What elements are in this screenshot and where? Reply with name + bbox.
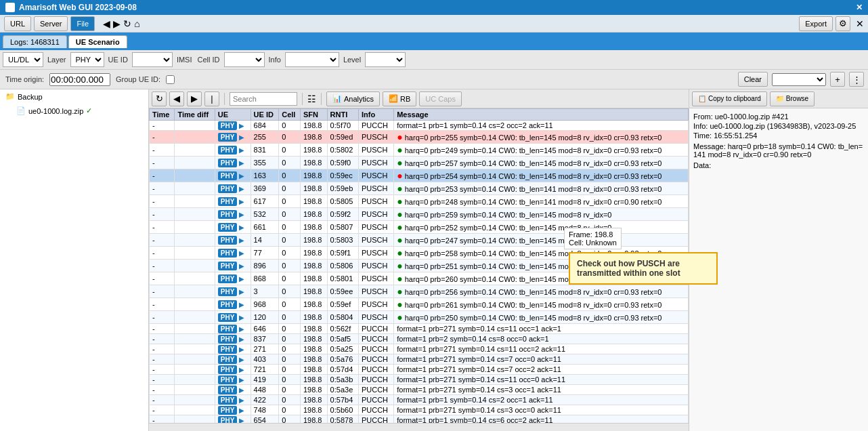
- info-select[interactable]: [285, 52, 339, 67]
- table-row[interactable]: - PHY ▶ 532 0 198.8 0:59f2 PUSCH ● harq=…: [150, 208, 689, 221]
- filter-select[interactable]: [772, 73, 826, 86]
- cell-cell: 0: [279, 311, 301, 324]
- add-filter-button[interactable]: +: [830, 72, 845, 87]
- table-row[interactable]: - PHY ▶ 654 0 198.8 0:5878 PUCCH format=…: [150, 415, 689, 424]
- table-row[interactable]: - PHY ▶ 646 0 198.8 0:562f PUCCH format=…: [150, 324, 689, 334]
- table-row[interactable]: - PHY ▶ 968 0 198.8 0:59ef PUSCH ● harq=…: [150, 298, 689, 311]
- backup-folder[interactable]: 📁 Backup: [0, 89, 148, 104]
- next-button[interactable]: ▶: [187, 91, 202, 106]
- cell-message: ● harq=0 prb=254 symb=0.14 CW0: tb_len=1…: [394, 169, 689, 182]
- close-button[interactable]: ✕: [856, 3, 863, 12]
- table-row[interactable]: - PHY ▶ 255 0 198.8 0:59ed PUSCH ● harq=…: [150, 131, 689, 144]
- table-row[interactable]: - PHY ▶ 355 0 198.8 0:59f0 PUSCH ● harq=…: [150, 157, 689, 169]
- col-message[interactable]: Message: [394, 109, 689, 121]
- cell-ueid: 77: [251, 247, 279, 260]
- cell-sfn: 198.8: [300, 334, 327, 344]
- url-button[interactable]: URL: [4, 16, 31, 31]
- table-row[interactable]: - PHY ▶ 163 0 198.8 0:59ec PUSCH ● harq=…: [150, 169, 689, 182]
- phy-badge: PHY: [218, 335, 238, 344]
- cell-time: -: [150, 221, 175, 234]
- group-ue-id-checkbox[interactable]: [166, 75, 175, 84]
- cell-timediff: [175, 298, 215, 311]
- cell-message: ● harq=0 prb=253 symb=0.14 CW0: tb_len=1…: [394, 182, 689, 195]
- cell-rnti: 0:5807: [327, 221, 358, 234]
- cell-rnti: 0:59ef: [327, 298, 358, 311]
- cell-cell: 0: [279, 415, 301, 424]
- level-select[interactable]: [365, 52, 406, 67]
- refresh-icon[interactable]: ↻: [123, 18, 131, 29]
- uc-caps-button[interactable]: UC Caps: [419, 91, 462, 106]
- message-line: Message: harq=0 prb=18 symb=0.14 CW0: tb…: [693, 142, 864, 159]
- analytics-button[interactable]: 📊 Analytics: [326, 91, 380, 106]
- cell-rnti: 0:5af5: [327, 334, 358, 344]
- forward-icon[interactable]: ▶: [113, 18, 121, 29]
- table-row[interactable]: - PHY ▶ 448 0 198.8 0:5a3e PUCCH format=…: [150, 385, 689, 395]
- table-row[interactable]: - PHY ▶ 369 0 198.8 0:59eb PUSCH ● harq=…: [150, 182, 689, 195]
- log-file-item[interactable]: 📄 ue0-1000.log.zip ✓: [0, 104, 148, 118]
- settings-icon[interactable]: ⚙: [836, 16, 850, 31]
- col-rnti[interactable]: RNTI: [327, 109, 358, 121]
- rb-button[interactable]: 📶 RB: [383, 91, 416, 106]
- table-row[interactable]: - PHY ▶ 617 0 198.8 0:5805 PUSCH ● harq=…: [150, 195, 689, 208]
- app-icon: [5, 3, 15, 12]
- server-button[interactable]: Server: [34, 16, 68, 31]
- grid-icon: ☷: [307, 94, 316, 104]
- cell-ue: PHY ▶: [215, 195, 251, 208]
- close-panel-icon[interactable]: ✕: [856, 18, 864, 29]
- export-button[interactable]: Export: [799, 16, 833, 31]
- refresh-table-button[interactable]: ↻: [152, 91, 167, 106]
- home-icon[interactable]: ⌂: [134, 18, 139, 29]
- table-row[interactable]: - PHY ▶ 419 0 198.8 0:5a3b PUCCH format=…: [150, 375, 689, 385]
- phy-badge: PHY: [218, 313, 238, 322]
- tab-logs[interactable]: Logs: 1468311: [3, 35, 67, 48]
- cell-info: PUCCH: [358, 354, 393, 365]
- cell-message: ● harq=0 prb=249 symb=0.14 CW0: tb_len=1…: [394, 144, 689, 157]
- cell-id-select[interactable]: [224, 52, 265, 67]
- prev-button[interactable]: ◀: [169, 91, 184, 106]
- ue-id-select[interactable]: [132, 52, 173, 67]
- cell-info: PUSCH: [358, 169, 393, 182]
- copy-to-clipboard-button[interactable]: 📋 Copy to clipboard: [692, 91, 767, 106]
- cell-message: format=1 prb=271 symb=0.14 cs=3 occ=1 ac…: [394, 385, 689, 395]
- table-row[interactable]: - PHY ▶ 684 0 198.8 0:5f70 PUCCH format=…: [150, 121, 689, 131]
- cell-info: PUSCH: [358, 221, 393, 234]
- table-row[interactable]: - PHY ▶ 3 0 198.8 0:59ee PUSCH ● harq=0 …: [150, 285, 689, 298]
- cell-timediff: [175, 131, 215, 144]
- jump-button[interactable]: |: [204, 91, 219, 106]
- table-row[interactable]: - PHY ▶ 120 0 198.8 0:5804 PUSCH ● harq=…: [150, 311, 689, 324]
- table-row[interactable]: - PHY ▶ 831 0 198.8 0:5802 PUSCH ● harq=…: [150, 144, 689, 157]
- from-line: From: ue0-1000.log.zip #421: [693, 112, 864, 121]
- ul-dl-select[interactable]: UL/DL: [3, 52, 43, 67]
- col-time[interactable]: Time: [150, 109, 175, 121]
- col-info[interactable]: Info: [358, 109, 393, 121]
- table-row[interactable]: - PHY ▶ 271 0 198.8 0:5a25 PUCCH format=…: [150, 344, 689, 354]
- time-origin-input[interactable]: [49, 73, 110, 86]
- col-ue[interactable]: UE: [215, 109, 251, 121]
- clear-button[interactable]: Clear: [738, 72, 768, 87]
- layer-select[interactable]: PHY: [70, 52, 104, 67]
- cell-ueid: 3: [251, 285, 279, 298]
- col-ueid[interactable]: UE ID: [251, 109, 279, 121]
- table-row[interactable]: - PHY ▶ 403 0 198.8 0:5a76 PUCCH format=…: [150, 354, 689, 365]
- col-timediff[interactable]: Time diff: [175, 109, 215, 121]
- table-row[interactable]: - PHY ▶ 721 0 198.8 0:57d4 PUCCH format=…: [150, 365, 689, 375]
- cell-time: -: [150, 208, 175, 221]
- cell-ueid: 837: [251, 334, 279, 344]
- arrow-icon: ▶: [239, 198, 244, 205]
- col-cell[interactable]: Cell: [279, 109, 301, 121]
- search-input[interactable]: [230, 92, 297, 106]
- arrow-icon: ▶: [239, 185, 244, 192]
- file-button[interactable]: File: [70, 16, 95, 31]
- table-row[interactable]: - PHY ▶ 748 0 198.8 0:5b60 PUCCH format=…: [150, 405, 689, 415]
- table-row[interactable]: - PHY ▶ 837 0 198.8 0:5af5 PUCCH format=…: [150, 334, 689, 344]
- table-row[interactable]: - PHY ▶ 422 0 198.8 0:57b4 PUCCH format=…: [150, 395, 689, 405]
- horizontal-scrollbar[interactable]: [149, 423, 689, 431]
- more-options-button[interactable]: ⋮: [849, 72, 864, 87]
- status-dot-green: ●: [397, 247, 402, 258]
- cell-sfn: 198.8: [300, 344, 327, 354]
- cell-sfn: 198.8: [300, 131, 327, 144]
- browse-button[interactable]: 📁 Browse: [770, 91, 815, 106]
- back-icon[interactable]: ◀: [103, 18, 110, 29]
- col-sfn[interactable]: SFN: [300, 109, 327, 121]
- tab-ue-scenario[interactable]: UE Scenario: [68, 35, 127, 48]
